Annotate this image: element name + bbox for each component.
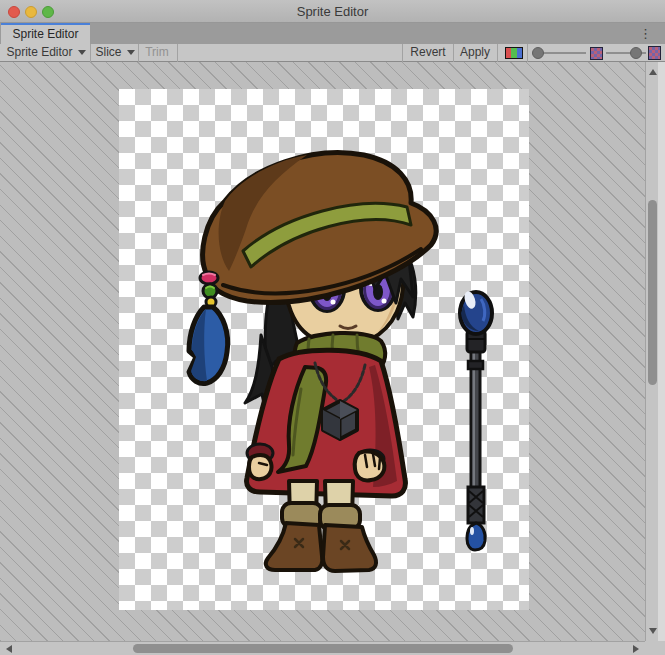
mip-texture-icon-small <box>590 47 603 60</box>
vertical-scrollbar-thumb[interactable] <box>648 200 657 385</box>
sprite-editor-window: Sprite Editor Sprite Editor ⋮ Sprite Edi… <box>0 0 665 655</box>
window-edge-strip <box>658 62 665 641</box>
scroll-right-icon[interactable] <box>633 645 639 653</box>
sprite-editor-dropdown[interactable]: Sprite Editor <box>4 44 88 62</box>
mip-texture-icon-large <box>648 46 661 60</box>
slice-dropdown-label: Slice <box>95 45 121 59</box>
mip-slider-thumb[interactable] <box>630 47 642 59</box>
slice-dropdown[interactable]: Slice <box>94 44 136 62</box>
toolbar-separator <box>177 44 178 62</box>
apply-button[interactable]: Apply <box>456 44 494 62</box>
revert-button[interactable]: Revert <box>405 44 451 62</box>
toolbar-separator <box>90 44 91 62</box>
scroll-up-icon[interactable] <box>649 69 657 75</box>
scroll-left-icon[interactable] <box>6 645 12 653</box>
kebab-menu-icon[interactable]: ⋮ <box>639 25 651 42</box>
horizontal-scrollbar-thumb[interactable] <box>133 644 513 653</box>
horizontal-scrollbar[interactable] <box>0 641 645 655</box>
trim-button[interactable]: Trim <box>141 44 173 62</box>
title-bar[interactable]: Sprite Editor <box>0 0 665 23</box>
scrollbar-corner <box>645 641 665 655</box>
toolbar-separator <box>453 44 454 62</box>
toolbar-separator <box>497 44 498 62</box>
magic-staff-image[interactable] <box>460 290 492 550</box>
scroll-down-icon[interactable] <box>649 628 657 634</box>
zoom-slider-thumb[interactable] <box>532 47 544 59</box>
blue-stripe <box>517 48 522 58</box>
character-boots <box>266 503 376 571</box>
tab-sprite-editor[interactable]: Sprite Editor <box>1 23 90 45</box>
chevron-down-icon <box>78 50 86 55</box>
vertical-scrollbar[interactable] <box>645 62 658 641</box>
toolbar-separator <box>402 44 403 62</box>
texture-transparency-checkerboard <box>119 89 529 610</box>
toolbar-separator <box>138 44 139 62</box>
tab-bar: Sprite Editor ⋮ <box>0 23 665 44</box>
window-title: Sprite Editor <box>0 4 665 19</box>
sprite-editor-dropdown-label: Sprite Editor <box>6 45 72 59</box>
toolbar: Sprite Editor Slice Trim Revert Apply <box>0 44 665 62</box>
toolbar-separator <box>527 44 528 62</box>
sprite-artwork[interactable] <box>119 89 529 610</box>
sprite-canvas[interactable] <box>0 62 645 641</box>
rgb-color-icon[interactable] <box>505 47 523 59</box>
chibi-wizard-character-image[interactable] <box>189 153 436 571</box>
chevron-down-icon <box>127 50 135 55</box>
